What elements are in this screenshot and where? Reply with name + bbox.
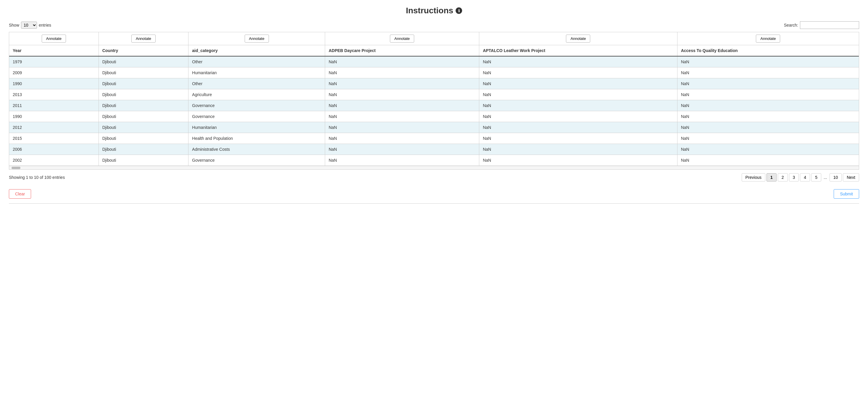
table-row: 2006DjiboutiAdministrative CostsNaNNaNNa… — [9, 144, 859, 155]
cell-r0-c4: NaN — [479, 56, 678, 67]
annotate-button-country[interactable]: Annotate — [131, 35, 156, 42]
cell-r4-c5: NaN — [677, 100, 859, 111]
bottom-divider — [9, 203, 859, 204]
controls-top: Show 10 25 50 100 entries Search: — [9, 21, 859, 29]
cell-r8-c1: Djibouti — [98, 144, 188, 155]
clear-button[interactable]: Clear — [9, 189, 31, 199]
cell-r6-c1: Djibouti — [98, 122, 188, 133]
cell-r6-c0: 2012 — [9, 122, 98, 133]
scrollbar-thumb[interactable] — [11, 167, 21, 169]
table-body: 1979DjiboutiOtherNaNNaNNaN2009DjiboutiHu… — [9, 56, 859, 166]
cell-r8-c5: NaN — [677, 144, 859, 155]
table-wrapper: Annotate Annotate Annotate Annotate Anno… — [9, 32, 859, 170]
table-row: 2012DjiboutiHumanitarianNaNNaNNaN — [9, 122, 859, 133]
search-input[interactable] — [800, 21, 859, 29]
annotate-cell-year: Annotate — [9, 32, 98, 45]
next-button[interactable]: Next — [843, 173, 859, 182]
table-row: 2015DjiboutiHealth and PopulationNaNNaNN… — [9, 133, 859, 144]
cell-r1-c0: 2009 — [9, 67, 98, 78]
cell-r2-c0: 1990 — [9, 78, 98, 89]
cell-r6-c3: NaN — [325, 122, 479, 133]
cell-r3-c0: 2013 — [9, 89, 98, 100]
cell-r1-c1: Djibouti — [98, 67, 188, 78]
cell-r7-c2: Health and Population — [188, 133, 325, 144]
cell-r4-c3: NaN — [325, 100, 479, 111]
page-4-button[interactable]: 4 — [800, 173, 810, 182]
cell-r3-c1: Djibouti — [98, 89, 188, 100]
page-last-button[interactable]: 10 — [830, 173, 842, 182]
page-1-button[interactable]: 1 — [767, 173, 777, 182]
entries-label: entries — [39, 23, 51, 28]
col-header-year: Year — [9, 45, 98, 57]
column-headers-row: Year Country aid_category ADPEB Daycare … — [9, 45, 859, 57]
cell-r7-c1: Djibouti — [98, 133, 188, 144]
col-header-access: Access To Quality Education — [677, 45, 859, 57]
pagination: Previous 1 2 3 4 5 ... 10 Next — [742, 173, 860, 182]
cell-r2-c5: NaN — [677, 78, 859, 89]
cell-r3-c5: NaN — [677, 89, 859, 100]
page-title: Instructions ℹ — [406, 6, 462, 15]
cell-r6-c5: NaN — [677, 122, 859, 133]
showing-info: Showing 1 to 10 of 100 entries — [9, 175, 65, 180]
page-5-button[interactable]: 5 — [811, 173, 821, 182]
cell-r7-c0: 2015 — [9, 133, 98, 144]
col-header-aptalco: APTALCO Leather Work Project — [479, 45, 678, 57]
cell-r0-c3: NaN — [325, 56, 479, 67]
cell-r6-c4: NaN — [479, 122, 678, 133]
annotate-cell-adpeb: Annotate — [325, 32, 479, 45]
cell-r0-c5: NaN — [677, 56, 859, 67]
table-row: 2002DjiboutiGovernanceNaNNaNNaN — [9, 155, 859, 166]
cell-r9-c3: NaN — [325, 155, 479, 166]
pagination-ellipsis: ... — [823, 173, 828, 181]
page-2-button[interactable]: 2 — [778, 173, 788, 182]
cell-r7-c5: NaN — [677, 133, 859, 144]
controls-bottom: Showing 1 to 10 of 100 entries Previous … — [9, 173, 859, 182]
horizontal-scrollbar[interactable] — [9, 166, 859, 169]
annotate-button-year[interactable]: Annotate — [42, 35, 66, 42]
annotate-button-adpeb[interactable]: Annotate — [390, 35, 414, 42]
cell-r5-c0: 1990 — [9, 111, 98, 122]
cell-r3-c2: Agriculture — [188, 89, 325, 100]
cell-r6-c2: Humanitarian — [188, 122, 325, 133]
table-row: 1990DjiboutiGovernanceNaNNaNNaN — [9, 111, 859, 122]
search-label: Search: — [784, 23, 798, 28]
table-row: 2009DjiboutiHumanitarianNaNNaNNaN — [9, 67, 859, 78]
cell-r5-c4: NaN — [479, 111, 678, 122]
cell-r1-c2: Humanitarian — [188, 67, 325, 78]
info-icon[interactable]: ℹ — [456, 7, 462, 14]
annotate-row: Annotate Annotate Annotate Annotate Anno… — [9, 32, 859, 45]
cell-r2-c1: Djibouti — [98, 78, 188, 89]
cell-r5-c3: NaN — [325, 111, 479, 122]
page-3-button[interactable]: 3 — [789, 173, 799, 182]
cell-r7-c4: NaN — [479, 133, 678, 144]
cell-r4-c2: Governance — [188, 100, 325, 111]
cell-r5-c1: Djibouti — [98, 111, 188, 122]
show-entries-container: Show 10 25 50 100 entries — [9, 22, 51, 29]
show-label: Show — [9, 23, 19, 28]
cell-r4-c4: NaN — [479, 100, 678, 111]
title-text: Instructions — [406, 6, 453, 15]
annotate-button-aptalco[interactable]: Annotate — [566, 35, 590, 42]
entries-select[interactable]: 10 25 50 100 — [21, 22, 37, 29]
search-area: Search: — [784, 21, 859, 29]
cell-r8-c2: Administrative Costs — [188, 144, 325, 155]
cell-r9-c1: Djibouti — [98, 155, 188, 166]
cell-r1-c5: NaN — [677, 67, 859, 78]
cell-r8-c3: NaN — [325, 144, 479, 155]
cell-r9-c4: NaN — [479, 155, 678, 166]
cell-r1-c3: NaN — [325, 67, 479, 78]
cell-r7-c3: NaN — [325, 133, 479, 144]
submit-button[interactable]: Submit — [834, 189, 859, 199]
col-header-country: Country — [98, 45, 188, 57]
data-table: Annotate Annotate Annotate Annotate Anno… — [9, 32, 859, 166]
cell-r0-c2: Other — [188, 56, 325, 67]
cell-r4-c1: Djibouti — [98, 100, 188, 111]
cell-r0-c0: 1979 — [9, 56, 98, 67]
cell-r5-c2: Governance — [188, 111, 325, 122]
cell-r9-c2: Governance — [188, 155, 325, 166]
previous-button[interactable]: Previous — [742, 173, 765, 182]
cell-r0-c1: Djibouti — [98, 56, 188, 67]
annotate-button-access[interactable]: Annotate — [756, 35, 780, 42]
annotate-button-aid[interactable]: Annotate — [245, 35, 269, 42]
cell-r2-c3: NaN — [325, 78, 479, 89]
